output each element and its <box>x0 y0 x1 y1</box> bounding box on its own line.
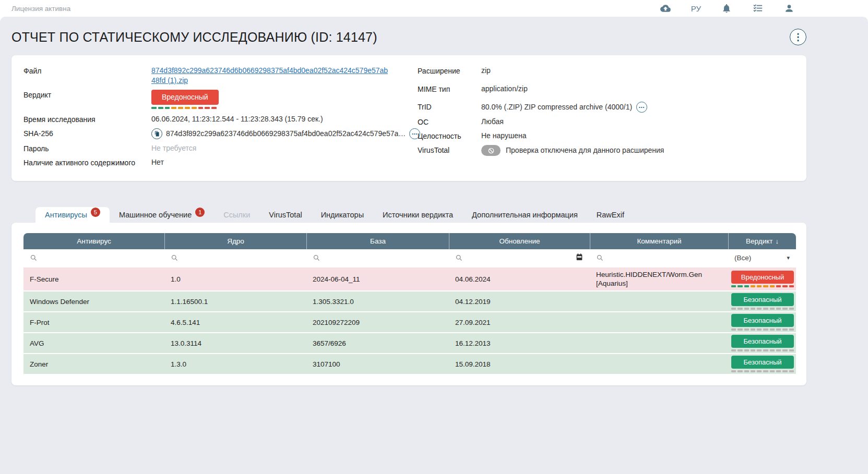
calendar-icon[interactable] <box>575 253 584 263</box>
notifications-bell-icon[interactable] <box>721 3 732 14</box>
threat-scale-inactive <box>731 370 794 372</box>
chevron-down-icon: ▾ <box>787 254 790 261</box>
row-verdict-badge: Вредоносный <box>731 271 794 284</box>
cell-antivirus: Zoner <box>23 354 164 374</box>
tasks-list-icon[interactable] <box>752 3 764 14</box>
tab-label: Индикаторы <box>321 211 364 219</box>
tab-label: Антивирусы <box>45 211 87 219</box>
ellipsis-icon: ••• <box>412 132 418 136</box>
cell-base: 3657/6926 <box>306 333 449 353</box>
tab-count-badge: 1 <box>195 208 205 217</box>
threat-scale-inactive <box>731 329 794 331</box>
table-row[interactable]: F-Prot 4.6.5.141 202109272209 27.09.2021… <box>23 311 796 332</box>
cell-antivirus: AVG <box>23 333 164 353</box>
tab-label: Машинное обучение <box>119 211 192 219</box>
file-link[interactable]: 874d3f892c299a623746d6b0669298375af4bd0e… <box>151 66 391 86</box>
cell-updated: 04.06.2024 <box>449 268 590 290</box>
file-label: Файл <box>23 66 151 75</box>
tabs-bar: Антивирусы 5 Машинное обучение 1 Ссылки … <box>0 207 868 223</box>
cell-updated: 16.12.2013 <box>449 333 590 353</box>
tab-count-badge: 5 <box>91 208 100 217</box>
active-content-label: Наличие активного содержимого <box>23 157 151 167</box>
integrity-label: Целостность <box>418 131 481 140</box>
cell-updated: 27.09.2021 <box>449 312 590 332</box>
tab-antiviruses[interactable]: Антивирусы 5 <box>35 207 110 223</box>
filter-verdict-select[interactable]: (Все) ▾ <box>728 249 796 266</box>
license-status: Лицензия активна <box>11 5 70 13</box>
cell-comment <box>590 291 728 311</box>
cell-antivirus: F-Secure <box>23 268 164 290</box>
column-header-engine[interactable]: Ядро <box>164 233 306 249</box>
filter-base-input[interactable] <box>306 249 449 266</box>
os-label: ОС <box>418 117 481 126</box>
cloud-upload-icon[interactable] <box>660 3 671 14</box>
cell-engine: 1.1.16500.1 <box>164 291 306 311</box>
cell-antivirus: F-Prot <box>23 312 164 332</box>
ellipsis-icon: ••• <box>639 105 645 110</box>
table-row[interactable]: AVG 13.0.3114 3657/6926 16.12.2013 Безоп… <box>23 332 796 353</box>
virustotal-value: Проверка отключена для данного расширени… <box>506 145 664 155</box>
info-row-password: Пароль Не требуется <box>23 143 418 153</box>
analysis-time-value: 06.06.2024, 11:23:12.544 - 11:23:28.343 … <box>151 114 323 124</box>
filter-comment-input[interactable] <box>590 249 728 266</box>
tab-label: Ссылки <box>223 211 250 219</box>
cell-verdict: Безопасный <box>728 312 796 332</box>
mime-label: MIME тип <box>418 84 481 93</box>
info-left-column: Файл 874d3f892c299a623746d6b0669298375af… <box>23 66 418 172</box>
table-row[interactable]: Zoner 1.3.0 3107100 15.09.2018 Безопасны… <box>23 353 796 374</box>
cell-engine: 1.3.0 <box>164 354 306 374</box>
cell-updated: 15.09.2018 <box>449 354 590 374</box>
report-actions-kebab-button[interactable]: ⋮ <box>790 29 806 45</box>
cell-engine: 4.6.5.141 <box>164 312 306 332</box>
prohibition-icon <box>487 147 495 154</box>
filter-antivirus-input[interactable] <box>23 249 164 266</box>
cell-updated: 04.12.2019 <box>449 291 590 311</box>
row-verdict-badge: Безопасный <box>731 356 794 369</box>
cell-comment <box>590 354 728 374</box>
tab-virustotal[interactable]: VirusTotal <box>259 207 311 223</box>
row-verdict-badge: Безопасный <box>731 314 794 327</box>
tab-machine-learning[interactable]: Машинное обучение 1 <box>110 207 214 223</box>
search-icon <box>313 254 320 262</box>
trid-expand-button[interactable]: ••• <box>636 102 647 113</box>
info-row-virustotal: VirusTotal Проверка отключена для данног… <box>418 145 806 156</box>
tab-additional-info[interactable]: Дополнительная информация <box>462 207 587 223</box>
column-header-antivirus[interactable]: Антивирус <box>23 233 164 249</box>
verdict-filter-value: (Все) <box>734 254 751 262</box>
info-row-mime: MIME тип application/zip <box>418 84 806 94</box>
tab-label: RawExif <box>597 211 624 219</box>
info-row-time: Время исследования 06.06.2024, 11:23:12.… <box>23 114 418 124</box>
topbar-icons: РУ <box>660 3 857 14</box>
password-value: Не требуется <box>151 143 196 153</box>
tab-rawexif[interactable]: RawExif <box>587 207 634 223</box>
tab-label: VirusTotal <box>269 211 302 219</box>
column-header-updated[interactable]: Обновление <box>449 233 590 249</box>
search-icon <box>30 254 38 262</box>
copy-sha-button[interactable] <box>151 128 162 139</box>
filter-updated-input[interactable] <box>449 249 590 266</box>
table-header-row: Антивирус Ядро База Обновление Комментар… <box>23 233 796 249</box>
info-row-trid: TrID 80.0% (.ZIP) ZIP compressed archive… <box>418 102 806 113</box>
info-row-active-content: Наличие активного содержимого Нет <box>23 157 418 167</box>
user-profile-icon[interactable] <box>783 3 795 14</box>
table-row[interactable]: Windows Defender 1.1.16500.1 1.305.3321.… <box>23 290 796 311</box>
info-row-sha256: SHA-256 874d3f892c299a623746d6b066929837… <box>23 128 418 139</box>
info-row-integrity: Целостность Не нарушена <box>418 131 806 141</box>
threat-scale-inactive <box>731 349 794 351</box>
row-verdict-badge: Безопасный <box>731 335 794 348</box>
tab-links: Ссылки <box>214 207 259 223</box>
column-header-verdict[interactable]: Вердикт↓ <box>728 233 796 249</box>
filter-engine-input[interactable] <box>164 249 306 266</box>
tab-verdict-sources[interactable]: Источники вердикта <box>373 207 462 223</box>
cell-verdict: Вредоносный <box>728 268 796 290</box>
integrity-value: Не нарушена <box>481 131 526 141</box>
language-switcher[interactable]: РУ <box>691 4 701 13</box>
analysis-time-label: Время исследования <box>23 114 151 124</box>
column-header-comment[interactable]: Комментарий <box>590 233 728 249</box>
info-row-verdict: Вердикт Вредоносный <box>23 90 418 109</box>
column-header-base[interactable]: База <box>306 233 449 249</box>
table-row[interactable]: F-Secure 1.0 2024-06-04_11 04.06.2024 He… <box>23 266 796 290</box>
sort-desc-icon: ↓ <box>775 237 779 245</box>
file-info-card: Файл 874d3f892c299a623746d6b0669298375af… <box>11 55 806 181</box>
tab-indicators[interactable]: Индикаторы <box>312 207 373 223</box>
